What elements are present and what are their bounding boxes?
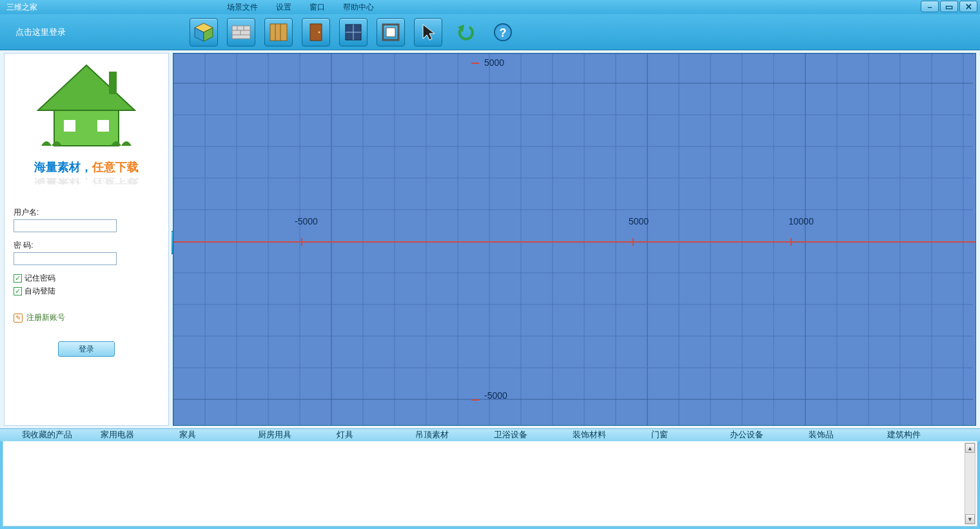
- password-label: 密 码:: [14, 240, 159, 251]
- cursor-icon: [418, 22, 438, 43]
- tool-frame[interactable]: [377, 18, 405, 46]
- axis-label-x-pos2: 10000: [789, 216, 814, 226]
- cat-decor-material[interactable]: 装饰材料: [573, 430, 651, 441]
- tool-3d-cube[interactable]: [190, 18, 218, 46]
- bottom-panel: ▲ ▼: [3, 441, 977, 526]
- cat-doors-windows[interactable]: 门窗: [651, 430, 730, 441]
- axis-label-x-pos: 5000: [629, 216, 649, 226]
- tool-cursor[interactable]: [414, 18, 442, 46]
- cat-ceiling[interactable]: 吊顶素材: [415, 430, 494, 441]
- scroll-down-button[interactable]: ▼: [965, 514, 975, 524]
- window-icon: [343, 22, 364, 43]
- tick: [301, 238, 302, 246]
- design-canvas[interactable]: 5000 -5000 -5000 5000 10000: [173, 53, 976, 426]
- tool-undo[interactable]: [451, 18, 480, 46]
- close-button[interactable]: ✕: [959, 1, 977, 12]
- svg-point-13: [318, 31, 320, 33]
- menu-window[interactable]: 窗口: [300, 2, 334, 13]
- remember-checkbox[interactable]: ✓: [14, 274, 22, 283]
- menu-scene-file[interactable]: 场景文件: [218, 2, 267, 13]
- header: 点击这里登录: [0, 14, 980, 50]
- main-area: 海量素材，任意下载 海量素材，任意下载 用户名: 密 码: ✓ 记住密码 ✓ 自…: [0, 50, 980, 428]
- tick: [632, 238, 634, 246]
- menu-settings[interactable]: 设置: [267, 2, 300, 13]
- scroll-up-button[interactable]: ▲: [965, 443, 975, 453]
- cat-lighting[interactable]: 灯具: [337, 430, 415, 441]
- svg-rect-27: [97, 120, 109, 132]
- svg-rect-26: [64, 120, 75, 132]
- help-icon: ?: [493, 22, 513, 43]
- login-form: 用户名: 密 码: ✓ 记住密码 ✓ 自动登陆 ✎ 注册新账号 登录: [10, 207, 163, 357]
- svg-marker-23: [38, 65, 135, 110]
- svg-rect-3: [232, 26, 250, 39]
- register-link[interactable]: 注册新账号: [26, 312, 65, 323]
- tagline-part2: 任意下载: [92, 161, 139, 174]
- tagline-reflection: 海量素材，任意下载: [10, 177, 163, 186]
- frame-icon: [380, 22, 401, 43]
- grid-lines: [173, 54, 975, 425]
- cat-ornaments[interactable]: 装饰品: [808, 430, 887, 441]
- category-bar: 我收藏的产品 家用电器 家具 厨房用具 灯具 吊顶素材 卫浴设备 装饰材料 门窗…: [0, 428, 980, 441]
- svg-text:?: ?: [500, 26, 507, 39]
- cat-furniture[interactable]: 家具: [179, 430, 258, 441]
- tagline: 海量素材，任意下载: [10, 159, 163, 175]
- app-title: 三维之家: [3, 2, 37, 13]
- tick: [471, 63, 479, 64]
- tool-help[interactable]: ?: [489, 18, 517, 46]
- tool-door[interactable]: [302, 18, 330, 46]
- axis-label-y-neg: -5000: [484, 390, 507, 401]
- tool-floor[interactable]: [264, 18, 293, 46]
- axis-label-y-pos: 5000: [484, 57, 504, 68]
- svg-marker-19: [423, 25, 435, 40]
- floor-icon: [268, 22, 289, 43]
- tick: [471, 399, 479, 401]
- tool-window[interactable]: [339, 18, 368, 46]
- axis-label-x-neg: -5000: [295, 216, 318, 226]
- login-hint[interactable]: 点击这里登录: [15, 26, 190, 38]
- autologin-checkbox[interactable]: ✓: [14, 287, 22, 295]
- scrollbar[interactable]: ▲ ▼: [965, 443, 975, 524]
- tagline-part1: 海量素材，: [34, 161, 92, 174]
- cube-icon: [193, 22, 214, 43]
- menu-help[interactable]: 帮助中心: [334, 2, 383, 13]
- sidebar: 海量素材，任意下载 海量素材，任意下载 用户名: 密 码: ✓ 记住密码 ✓ 自…: [4, 53, 169, 426]
- wall-icon: [231, 22, 251, 43]
- svg-rect-25: [109, 72, 117, 94]
- door-icon: [306, 22, 326, 43]
- autologin-label: 自动登陆: [24, 286, 55, 297]
- toolbar: ?: [190, 18, 517, 46]
- register-icon: ✎: [14, 314, 23, 323]
- house-illustration: [10, 59, 163, 155]
- cat-favorites[interactable]: 我收藏的产品: [22, 430, 101, 441]
- minimize-button[interactable]: –: [921, 1, 939, 12]
- undo-icon: [455, 22, 476, 43]
- maximize-button[interactable]: ▭: [940, 1, 958, 12]
- login-button[interactable]: 登录: [58, 341, 115, 357]
- password-input[interactable]: [14, 252, 117, 265]
- menu-bar: 场景文件 设置 窗口 帮助中心: [218, 2, 383, 13]
- tool-wall[interactable]: [227, 18, 255, 46]
- svg-rect-9: [270, 24, 287, 41]
- svg-rect-18: [386, 28, 395, 37]
- house-icon: [22, 59, 151, 155]
- username-label: 用户名:: [14, 207, 159, 218]
- titlebar: 三维之家 场景文件 设置 窗口 帮助中心 – ▭ ✕: [0, 0, 980, 14]
- window-buttons: – ▭ ✕: [921, 1, 977, 12]
- tick: [790, 238, 792, 246]
- x-axis: [173, 241, 975, 243]
- cat-appliances[interactable]: 家用电器: [101, 430, 179, 441]
- cat-kitchen[interactable]: 厨房用具: [258, 430, 337, 441]
- remember-label: 记住密码: [24, 273, 55, 284]
- cat-bathroom[interactable]: 卫浴设备: [494, 430, 573, 441]
- username-input[interactable]: [14, 219, 117, 232]
- cat-office[interactable]: 办公设备: [730, 430, 808, 441]
- cat-architecture[interactable]: 建筑构件: [887, 430, 966, 441]
